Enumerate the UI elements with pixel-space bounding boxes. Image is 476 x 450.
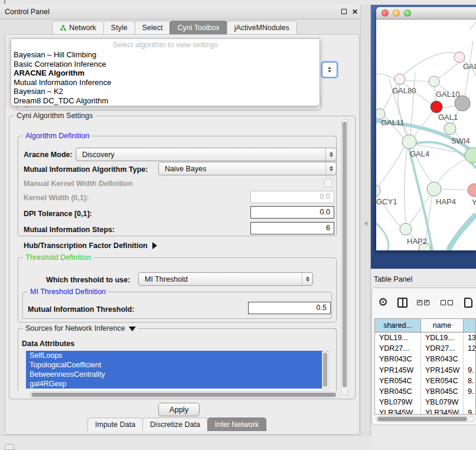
show-checked-columns-icon[interactable]	[417, 297, 431, 308]
table-horizontal-scrollbar[interactable]	[376, 416, 475, 422]
aracne-mode-combobox[interactable]: Discovery	[76, 148, 337, 161]
hide-columns-icon[interactable]	[441, 297, 455, 308]
table-row[interactable]: YER054CYER054C8.	[375, 376, 475, 386]
table-row[interactable]: YBR045CYBR045C9.	[375, 386, 475, 397]
popup-item-aracne[interactable]: ARACNE Algorithm	[11, 69, 319, 78]
control-panel: Control Panel ✕ Network Style Select Cyn…	[0, 5, 364, 436]
node-label: HAP2	[407, 237, 427, 246]
spinner-down-icon	[328, 70, 331, 73]
table-header-row: shared... name	[375, 319, 475, 332]
combo-arrows-icon	[325, 162, 336, 175]
node-label: GAL4	[410, 149, 429, 158]
table-row[interactable]: YDR27...YDR27...12	[375, 343, 475, 354]
table-row[interactable]: YLR345WYLR345W9.	[375, 407, 475, 415]
list-item[interactable]: BetweennessCentrality	[26, 370, 328, 379]
aracne-mode-value: Discovery	[82, 151, 115, 159]
popup-item-dream8[interactable]: Dream8 DC_TDC Algorithm	[11, 96, 319, 106]
float-window-icon[interactable]	[340, 8, 348, 16]
bottom-tabs: Impute Data Discretize Data Infer Networ…	[87, 418, 266, 431]
list-item[interactable]: gal4RGexp	[26, 379, 328, 389]
popup-item-bayesian-k2[interactable]: Bayesian – K2	[11, 87, 319, 96]
settings-vertical-scrollbar[interactable]	[341, 119, 348, 396]
tab-style[interactable]: Style	[103, 21, 135, 34]
mi-threshold-label: Mutual Information Threshold:	[28, 305, 135, 314]
tab-impute-data[interactable]: Impute Data	[87, 418, 143, 431]
node-label: GAL10	[436, 90, 459, 99]
popup-item-mutual-information[interactable]: Mutual Information Inference	[11, 78, 319, 87]
algorithm-definition-title: Algorithm Definition	[23, 132, 92, 140]
dpi-tolerance-field[interactable]: 0.0	[250, 206, 334, 219]
data-attributes-label: Data Attributes	[22, 340, 74, 348]
node-label: GCY1	[376, 197, 397, 206]
gear-icon[interactable]: ⚙	[378, 296, 388, 308]
table-panel-title: Table Panel	[374, 275, 412, 283]
apply-button[interactable]: Apply	[158, 403, 200, 416]
tab-infer-network[interactable]: Infer Network	[207, 418, 266, 431]
spinner-up-icon	[328, 67, 331, 69]
column-header-name[interactable]: name	[420, 319, 463, 332]
which-threshold-combobox[interactable]: MI Threshold	[138, 272, 313, 286]
column-header-cut[interactable]	[463, 319, 475, 332]
mi-steps-field[interactable]: 6	[250, 222, 334, 234]
network-view-window[interactable]: GAL GAL80 GAL10 GAL1 GAL11 SWI4 GAL4 GCY…	[376, 7, 476, 250]
dpi-tolerance-label: DPI Tolerance [0,1]:	[24, 210, 92, 218]
table-toolbar: ⚙	[378, 295, 472, 309]
mi-threshold-title: MI Threshold Definition	[28, 288, 108, 296]
network-window-titlebar[interactable]	[376, 7, 476, 19]
tab-select[interactable]: Select	[135, 21, 171, 34]
panel-divider[interactable]	[360, 5, 371, 436]
manual-kernel-label: Manual Kernel Width Definition	[24, 180, 133, 188]
table-row[interactable]: YBL079WYBL079W	[375, 397, 475, 407]
list-item[interactable]: SelfLoops	[26, 351, 328, 360]
bottom-left-button[interactable]	[5, 444, 14, 450]
tab-cyni-toolbox[interactable]: Cyni Toolbox	[169, 21, 227, 34]
data-attributes-list[interactable]: SelfLoops TopologicalCoefficient Between…	[26, 351, 328, 390]
tab-network[interactable]: Network	[52, 21, 104, 34]
table-row[interactable]: YDL19...YDL19...13	[375, 332, 475, 343]
settings-horizontal-scrollbar[interactable]	[30, 392, 339, 398]
popup-item-bayesian-hill-climbing[interactable]: Bayesian – Hill Climbing	[11, 50, 319, 60]
aracne-mode-label: Aracne Mode:	[24, 151, 73, 159]
node-label: GAL1	[438, 113, 458, 122]
tab-discretize-data[interactable]: Discretize Data	[142, 418, 208, 431]
column-header-shared[interactable]: shared...	[375, 319, 420, 332]
window-edge-tick	[4, 0, 5, 4]
zoom-traffic-light-icon[interactable]	[404, 9, 411, 17]
collapse-down-icon	[129, 327, 136, 331]
threshold-definition-title: Threshold Definition	[23, 253, 93, 262]
network-canvas[interactable]: GAL GAL80 GAL10 GAL1 GAL11 SWI4 GAL4 GCY…	[376, 19, 476, 250]
close-traffic-light-icon[interactable]	[382, 9, 389, 17]
control-panel-tabs: Network Style Select Cyni Toolbox jActiv…	[52, 21, 296, 34]
combo-arrows-icon	[325, 148, 336, 161]
mi-type-combobox[interactable]: Naive Bayes	[158, 162, 337, 175]
manual-kernel-checkbox[interactable]	[324, 179, 332, 187]
mi-threshold-field[interactable]: 0.5	[248, 302, 331, 314]
popup-prompt: Select algorithm to view settings	[11, 39, 319, 50]
document-icon[interactable]	[464, 298, 472, 308]
tab-network-label: Network	[69, 24, 96, 32]
kernel-width-label: Kernel Width (0,1):	[24, 194, 89, 202]
mi-type-label: Mutual Information Algorithm Type:	[24, 165, 148, 174]
table-row[interactable]: YBR043CYBR043C	[375, 354, 475, 364]
node-label: HAP4	[436, 197, 456, 206]
close-window-icon[interactable]: ✕	[351, 8, 359, 16]
popup-item-basic-correlation[interactable]: Basic Correlation Inference	[11, 60, 319, 69]
sources-title-toggle[interactable]: Sources for Network Inference	[23, 324, 138, 332]
columns-icon[interactable]	[397, 298, 407, 308]
node-label: GAL80	[392, 86, 416, 95]
tab-jactivemnodules[interactable]: jActiveMNodules	[227, 21, 297, 34]
expand-right-icon	[152, 242, 157, 249]
which-threshold-value: MI Threshold	[145, 275, 188, 283]
attributes-list-scrollbar[interactable]	[322, 351, 328, 390]
minimize-traffic-light-icon[interactable]	[393, 9, 400, 17]
table-row[interactable]: YPR145WYPR145W9.	[375, 365, 475, 376]
control-panel-title: Control Panel	[5, 8, 50, 16]
node-label: GAL	[463, 62, 476, 71]
node-table[interactable]: shared... name YDL19...YDL19...13 YDR27.…	[374, 318, 476, 415]
combo-arrows-icon	[302, 273, 312, 285]
node-label: Y	[472, 198, 476, 207]
algorithm-combobox-arrows[interactable]	[321, 61, 338, 78]
hub-definition-toggle[interactable]: Hub/Transcription Factor Definition	[24, 242, 157, 250]
list-item[interactable]: TopologicalCoefficient	[26, 360, 328, 370]
kernel-width-field[interactable]: 0.0	[250, 191, 334, 203]
